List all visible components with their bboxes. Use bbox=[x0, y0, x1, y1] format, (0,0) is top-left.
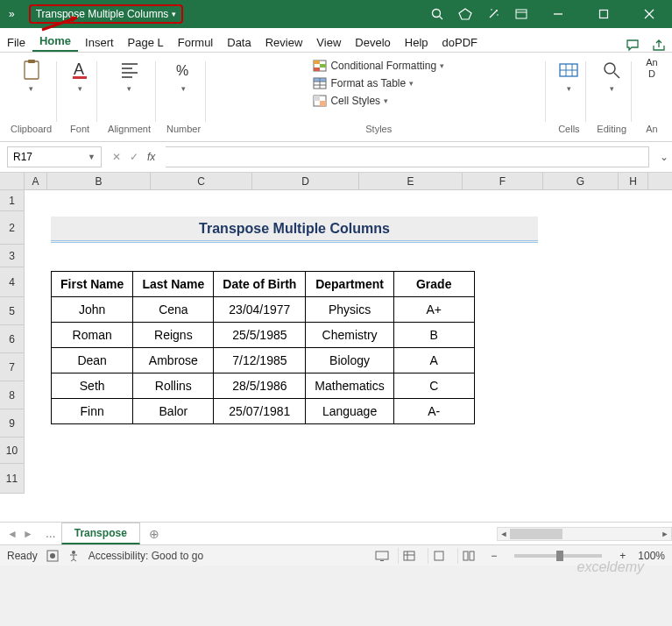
row-header[interactable]: 5 bbox=[0, 297, 25, 325]
chevron-down-icon: ▾ bbox=[172, 10, 176, 18]
number-button[interactable]: % ▾ bbox=[172, 58, 196, 93]
row-header[interactable]: 4 bbox=[0, 267, 25, 297]
col-header[interactable]: E bbox=[359, 173, 463, 189]
analyze-button[interactable]: An D bbox=[646, 58, 657, 79]
tab-data[interactable]: Data bbox=[220, 32, 258, 52]
expand-formula-bar-icon[interactable]: ⌄ bbox=[656, 151, 672, 163]
scroll-left-icon[interactable]: ◄ bbox=[498, 528, 510, 540]
sheet-overflow[interactable]: … bbox=[40, 528, 61, 540]
tab-insert[interactable]: Insert bbox=[78, 32, 121, 52]
svg-rect-24 bbox=[314, 68, 320, 71]
clipboard-button[interactable]: ▾ bbox=[19, 58, 44, 93]
cells-area[interactable]: Transpose Multiple Columns First Name La… bbox=[25, 190, 672, 522]
cells-button[interactable]: ▾ bbox=[556, 58, 581, 93]
enter-formula-icon[interactable]: ✓ bbox=[130, 151, 138, 163]
tab-view[interactable]: View bbox=[309, 32, 348, 52]
close-button[interactable] bbox=[633, 0, 665, 28]
search-icon[interactable] bbox=[430, 7, 444, 21]
row-headers: 1 2 3 4 5 6 7 8 9 10 11 bbox=[0, 190, 25, 494]
cell-styles-button[interactable]: Cell Styles▾ bbox=[309, 93, 448, 109]
sheet-tab-bar: ◄ ► … Transpose ⊕ ◄ ► bbox=[0, 522, 672, 544]
row-header[interactable]: 9 bbox=[0, 409, 25, 437]
alignment-button[interactable]: ▾ bbox=[117, 58, 142, 93]
svg-rect-42 bbox=[376, 551, 388, 559]
col-header[interactable]: F bbox=[463, 173, 543, 189]
tab-file[interactable]: File bbox=[0, 32, 32, 52]
zoom-slider[interactable] bbox=[514, 554, 602, 558]
font-button[interactable]: A ▾ bbox=[67, 58, 92, 93]
share-button[interactable] bbox=[646, 39, 672, 52]
zoom-slider-knob[interactable] bbox=[556, 551, 563, 561]
column-headers: A B C D E F G H bbox=[0, 173, 672, 190]
tab-review[interactable]: Review bbox=[258, 32, 310, 52]
tab-formulas[interactable]: Formul bbox=[171, 32, 220, 52]
expand-ribbon-icon[interactable]: » bbox=[0, 8, 24, 20]
row-header[interactable]: 3 bbox=[0, 245, 25, 267]
row-header[interactable]: 8 bbox=[0, 381, 25, 409]
ribbon-tabs: File Home Insert Page L Formul Data Revi… bbox=[0, 28, 672, 53]
row-header[interactable]: 1 bbox=[0, 190, 25, 211]
cancel-formula-icon[interactable]: ✕ bbox=[112, 151, 121, 163]
premium-icon[interactable] bbox=[458, 7, 472, 21]
name-box[interactable]: R17 ▼ bbox=[7, 146, 102, 167]
zoom-in-button[interactable]: + bbox=[616, 550, 629, 562]
scroll-thumb[interactable] bbox=[510, 529, 562, 539]
tab-page-layout[interactable]: Page L bbox=[121, 32, 171, 52]
row-header[interactable]: 11 bbox=[0, 464, 25, 494]
next-sheet-icon[interactable]: ► bbox=[23, 528, 33, 540]
macro-record-icon[interactable] bbox=[46, 550, 59, 562]
table-header[interactable]: Last Name bbox=[133, 272, 214, 297]
page-break-view-button[interactable] bbox=[457, 548, 478, 564]
document-name-dropdown[interactable]: Transpose Multiple Columns ▾ bbox=[29, 4, 184, 24]
scroll-right-icon[interactable]: ► bbox=[659, 528, 671, 540]
display-settings-icon[interactable] bbox=[375, 551, 389, 561]
select-all-cell[interactable] bbox=[0, 173, 25, 189]
col-header[interactable]: C bbox=[151, 173, 252, 189]
table-header[interactable]: Grade bbox=[393, 272, 474, 297]
prev-sheet-icon[interactable]: ◄ bbox=[7, 528, 18, 540]
wand-icon[interactable] bbox=[486, 7, 500, 21]
page-layout-view-button[interactable] bbox=[428, 548, 449, 564]
fx-label[interactable]: fx bbox=[147, 151, 155, 163]
minimize-button[interactable] bbox=[542, 0, 574, 28]
spreadsheet-grid[interactable]: A B C D E F G H 1 2 3 4 5 6 7 8 9 10 11 … bbox=[0, 173, 672, 522]
tab-developer[interactable]: Develo bbox=[348, 32, 397, 52]
chevron-down-icon[interactable]: ▼ bbox=[88, 153, 95, 161]
tab-dopdf[interactable]: doPDF bbox=[435, 32, 485, 52]
conditional-formatting-button[interactable]: Conditional Formatting▾ bbox=[309, 58, 448, 74]
table-row: SethRollins28/5/1986MathematicsC bbox=[52, 373, 475, 399]
svg-point-37 bbox=[605, 63, 615, 74]
editing-button[interactable]: ▾ bbox=[599, 58, 624, 93]
svg-rect-12 bbox=[25, 61, 39, 79]
format-as-table-button[interactable]: Format as Table▾ bbox=[309, 75, 448, 91]
row-header[interactable]: 6 bbox=[0, 325, 25, 353]
tab-home[interactable]: Home bbox=[32, 31, 78, 52]
formula-bar: R17 ▼ ✕ ✓ fx ⌄ bbox=[0, 142, 672, 173]
col-header[interactable]: G bbox=[543, 173, 619, 189]
row-header[interactable]: 10 bbox=[0, 437, 25, 464]
row-header[interactable]: 2 bbox=[0, 211, 25, 245]
col-header[interactable]: A bbox=[25, 173, 47, 189]
col-header[interactable]: D bbox=[252, 173, 359, 189]
accessibility-icon[interactable] bbox=[67, 550, 80, 562]
normal-view-button[interactable] bbox=[398, 548, 419, 564]
ribbon-group-alignment: ▾ Alignment bbox=[103, 56, 156, 138]
zoom-out-button[interactable]: − bbox=[487, 550, 500, 562]
table-header[interactable]: Date of Birth bbox=[214, 272, 306, 297]
table-header[interactable]: Department bbox=[306, 272, 393, 297]
svg-point-0 bbox=[433, 10, 441, 18]
col-header[interactable]: B bbox=[47, 173, 151, 189]
formula-input[interactable] bbox=[166, 146, 649, 167]
table-header[interactable]: First Name bbox=[52, 272, 133, 297]
new-sheet-button[interactable]: ⊕ bbox=[140, 527, 168, 541]
row-header[interactable]: 7 bbox=[0, 353, 25, 381]
group-label: Font bbox=[70, 124, 89, 136]
maximize-button[interactable] bbox=[588, 0, 619, 28]
col-header[interactable]: H bbox=[619, 173, 648, 189]
comments-button[interactable] bbox=[619, 39, 646, 52]
zoom-level[interactable]: 100% bbox=[638, 550, 665, 562]
window-mode-icon[interactable] bbox=[514, 7, 528, 21]
tab-help[interactable]: Help bbox=[398, 32, 435, 52]
sheet-tab-active[interactable]: Transpose bbox=[61, 523, 140, 544]
horizontal-scrollbar[interactable]: ◄ ► bbox=[497, 527, 672, 541]
